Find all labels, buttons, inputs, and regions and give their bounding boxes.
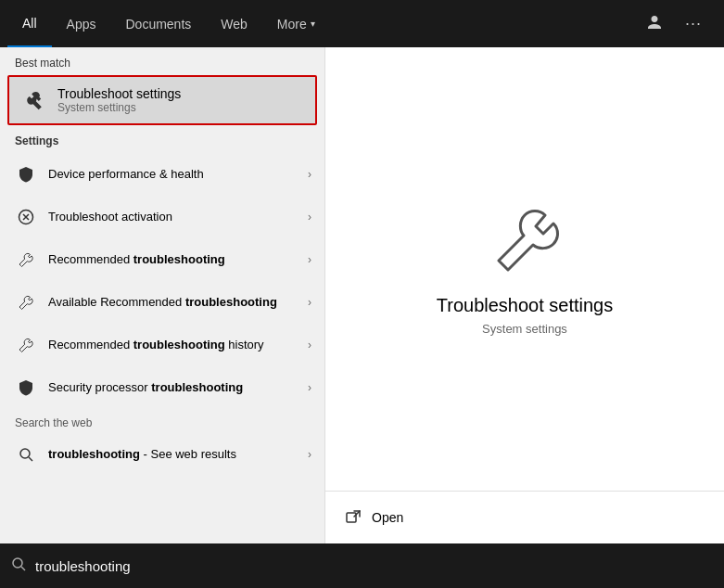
svg-point-5 bbox=[13, 558, 22, 568]
settings-section-label: Settings bbox=[0, 125, 324, 153]
tab-more-label: More bbox=[277, 17, 307, 32]
troubleshooting-history-text: Recommended troubleshooting history bbox=[48, 338, 308, 353]
detail-actions: Open bbox=[325, 492, 724, 543]
device-performance-text: Device performance & health bbox=[48, 167, 308, 183]
detail-header: Troubleshoot settings System settings bbox=[325, 47, 724, 491]
chevron-right-icon: › bbox=[308, 339, 311, 352]
list-item-recommended-troubleshooting[interactable]: Recommended troubleshooting › bbox=[0, 238, 324, 281]
detail-subtitle: System settings bbox=[482, 322, 567, 336]
right-panel: Troubleshoot settings System settings Op… bbox=[324, 47, 724, 543]
search-web-icon bbox=[13, 441, 39, 467]
chevron-right-icon: › bbox=[308, 168, 311, 181]
list-item-security-processor[interactable]: Security processor troubleshooting › bbox=[0, 366, 324, 409]
list-item-web-search[interactable]: troubleshooting - See web results › bbox=[0, 433, 324, 476]
search-icon bbox=[11, 556, 26, 575]
shield-icon bbox=[13, 161, 39, 187]
nav-action-icons: ··· bbox=[639, 0, 717, 47]
circle-x-icon bbox=[13, 204, 39, 230]
best-match-item[interactable]: Troubleshoot settings System settings bbox=[7, 75, 317, 125]
chevron-right-icon: › bbox=[308, 381, 311, 394]
wrench-icon-3 bbox=[13, 332, 39, 358]
tab-web-label: Web bbox=[221, 17, 248, 32]
troubleshoot-icon bbox=[22, 87, 48, 113]
web-search-text: troubleshooting - See web results bbox=[48, 447, 308, 463]
web-section-label: Search the web bbox=[0, 409, 324, 433]
search-input[interactable] bbox=[35, 558, 713, 574]
list-item-troubleshooting-history[interactable]: Recommended troubleshooting history › bbox=[0, 324, 324, 366]
list-item-device-performance[interactable]: Device performance & health › bbox=[0, 153, 324, 196]
svg-line-6 bbox=[21, 567, 25, 570]
best-match-subtitle: System settings bbox=[57, 101, 181, 114]
svg-rect-3 bbox=[347, 513, 356, 522]
main-content: Best match Troubleshoot settings System … bbox=[0, 47, 724, 543]
tab-documents[interactable]: Documents bbox=[110, 0, 206, 47]
recommended-troubleshooting-text: Recommended troubleshooting bbox=[48, 252, 308, 268]
tab-all-label: All bbox=[22, 16, 37, 31]
chevron-right-icon: › bbox=[308, 253, 311, 266]
open-icon bbox=[344, 508, 362, 527]
wrench-icon bbox=[13, 247, 39, 273]
svg-line-4 bbox=[354, 511, 360, 517]
tab-more[interactable]: More ▾ bbox=[262, 0, 330, 47]
search-bar bbox=[0, 543, 724, 588]
detail-wrench-icon bbox=[488, 202, 562, 276]
nav-tabs: All Apps Documents Web More ▾ bbox=[7, 0, 330, 47]
ellipsis-icon: ··· bbox=[685, 14, 702, 32]
best-match-label: Best match bbox=[0, 47, 324, 75]
detail-title: Troubleshoot settings bbox=[437, 295, 613, 316]
svg-point-1 bbox=[20, 449, 30, 458]
security-processor-text: Security processor troubleshooting bbox=[48, 380, 308, 396]
wrench-icon-2 bbox=[13, 289, 39, 315]
top-nav: All Apps Documents Web More ▾ ··· bbox=[0, 0, 724, 47]
tab-apps-label: Apps bbox=[67, 17, 96, 32]
tab-all[interactable]: All bbox=[7, 0, 52, 47]
best-match-text: Troubleshoot settings System settings bbox=[57, 86, 181, 114]
tab-apps[interactable]: Apps bbox=[52, 0, 111, 47]
tab-web[interactable]: Web bbox=[206, 0, 262, 47]
left-panel: Best match Troubleshoot settings System … bbox=[0, 47, 324, 543]
troubleshoot-activation-text: Troubleshoot activation bbox=[48, 210, 308, 225]
chevron-right-icon: › bbox=[308, 296, 311, 309]
list-item-troubleshoot-activation[interactable]: Troubleshoot activation › bbox=[0, 196, 324, 238]
list-item-available-recommended[interactable]: Available Recommended troubleshooting › bbox=[0, 281, 324, 324]
person-icon-button[interactable] bbox=[639, 10, 670, 38]
best-match-title: Troubleshoot settings bbox=[57, 86, 181, 101]
chevron-right-icon: › bbox=[308, 448, 311, 461]
open-action[interactable]: Open bbox=[344, 505, 705, 530]
tab-documents-label: Documents bbox=[125, 17, 191, 32]
shield-icon-2 bbox=[13, 375, 39, 401]
chevron-right-icon: › bbox=[308, 211, 311, 224]
more-options-button[interactable]: ··· bbox=[678, 10, 709, 37]
svg-line-2 bbox=[29, 457, 32, 461]
available-recommended-text: Available Recommended troubleshooting bbox=[48, 295, 308, 311]
open-label: Open bbox=[372, 510, 403, 525]
chevron-down-icon: ▾ bbox=[311, 19, 315, 29]
